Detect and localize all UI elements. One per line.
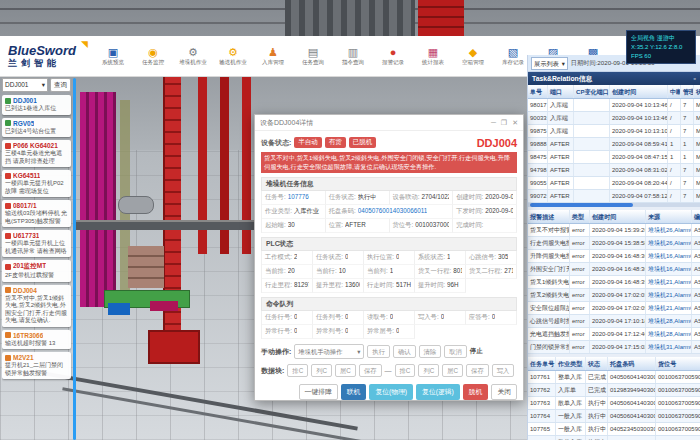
toolbar-menu-item[interactable]: ● 报警记录	[374, 46, 412, 67]
alert-card[interactable]: M2V21 提升机21_二层门禁闭锁异常触发报警	[2, 352, 71, 379]
table-row[interactable]: 107765 一般入库 执行中 0405234503003012 0010063…	[528, 423, 700, 436]
query-button[interactable]: 查询	[50, 78, 71, 92]
manual-operation-button[interactable]: 确认	[393, 345, 416, 358]
col-header[interactable]: 端口	[548, 85, 574, 98]
col-header[interactable]: 创建时间	[610, 85, 668, 98]
alert-card[interactable]: U617731 一楼四单元提升机上位机通讯异常 请检查网络	[2, 230, 71, 257]
device-select-value: DDJ001	[5, 79, 28, 91]
maximize-icon[interactable]: ❐	[501, 119, 507, 127]
close-icon[interactable]: ✕	[512, 119, 518, 127]
manual-operation-button[interactable]: 执行	[367, 345, 390, 358]
col-header[interactable]: 编号	[692, 210, 700, 223]
toolbar-menu-item[interactable]: ♟ 入库管理	[254, 46, 292, 67]
col-header[interactable]: 中断	[668, 85, 681, 98]
table-row[interactable]: 107766 整单入库 执行中 0405060503003013 0010063…	[528, 436, 700, 440]
table-row[interactable]: 安全限位超限故障 error 2020-09-04 17:02:05 堆垛机21…	[528, 302, 700, 315]
table-row[interactable]: 90033 入库端 2020-09-04 10:13:46 / 7 MCN	[528, 112, 700, 125]
dialog-footer: 一键排障 联机 复位(物理) 复位(逻辑) 脱机 关闭	[261, 384, 517, 400]
alert-card[interactable]: P066 KG64021 三楼4单元巷道光电遮挡 请及时排查处理	[2, 140, 71, 167]
table-row[interactable]: 货叉1倾斜失电报警 error 2020-09-04 16:48:39 堆垛机2…	[528, 276, 700, 289]
horizontal-scrollbar[interactable]	[528, 203, 700, 207]
minimize-icon[interactable]: ─	[491, 119, 496, 126]
col-header[interactable]: 报警描述	[528, 210, 570, 223]
table-row[interactable]: 94798 AFTER 2020-09-04 08:31:02 / 7 MCN	[528, 164, 700, 177]
table-row[interactable]: 光电遮挡触发报警 error 2020-09-04 17:12:40 堆垛机28…	[528, 328, 700, 341]
table-row[interactable]: 107763 散单入库 执行中 0405060414030068 0010063…	[528, 397, 700, 410]
table-row[interactable]: 门禁闭锁异常报警 error 2020-09-04 17:15:02 堆垛机31…	[528, 341, 700, 354]
table-row[interactable]: 99072 AFTER 2020-09-04 07:58:12 / 7 MCN	[528, 190, 700, 203]
footer-action-button[interactable]: 脱机	[463, 384, 489, 400]
alert-device-code: U617731	[13, 232, 39, 239]
footer-action-button[interactable]: 关闭	[491, 384, 517, 400]
alert-card[interactable]: DDJ001 已到达1巷道入库位	[2, 95, 71, 115]
footer-action-button[interactable]: 联机	[341, 384, 367, 400]
table-row[interactable]: 心跳信号超时报警 error 2020-09-04 17:10:18 堆垛机28…	[528, 315, 700, 328]
table-row[interactable]: 行走伺服失电报警 error 2020-09-04 15:38:58 堆垛机26…	[528, 237, 700, 250]
alert-card[interactable]: 08017/1 输送线03段堵料停机 光电(STP305)触发报警	[2, 200, 71, 227]
alert-device-code: RGV05	[13, 120, 34, 127]
table-row[interactable]: 货叉不对中报警触发 error 2020-09-04 15:39:26 堆垛机2…	[528, 224, 700, 237]
col-header[interactable]: CP变化端口	[574, 85, 610, 98]
table-row[interactable]: 98475 AFTER 2020-09-04 08:47:15 1 1 MCN	[528, 151, 700, 164]
panel-collapse-icon[interactable]: ▫	[694, 72, 696, 85]
toolbar-menu-item[interactable]: ⚙ 堆垛机作业	[174, 46, 212, 67]
footer-action-button[interactable]: 一键排障	[299, 384, 338, 400]
alert-card[interactable]: 201监控MT 2F皮带机过载报警	[2, 260, 71, 282]
toolbar-menu-item[interactable]: ▦ 统计报表	[414, 46, 452, 67]
manual-operation-button[interactable]: 取消	[444, 345, 467, 358]
dialog-titlebar[interactable]: 设备DDJ004详情 ─ ❐ ✕	[255, 115, 523, 131]
datablock-button[interactable]: 排C	[287, 364, 308, 377]
toolbar-item-label: 任务查询	[296, 58, 331, 66]
toolbar-menu-item[interactable]: ▤ 任务查询	[294, 46, 332, 67]
col-header[interactable]: 货位号	[656, 357, 700, 370]
table-row[interactable]: 107761 整单入库 已完成 0405060414030066 0010063…	[528, 371, 700, 384]
alert-card[interactable]: 16TR3066 输送机超时报警 13	[2, 330, 71, 350]
datablock-button[interactable]: 保存	[466, 364, 489, 377]
alert-card[interactable]: KG64511 一楼四单元提升机P02故障 需现场复位	[2, 170, 71, 197]
stop-label[interactable]: 停止	[470, 347, 483, 356]
table-row[interactable]: 外围安全门打开报警 error 2020-09-04 16:48:36 堆垛机1…	[528, 263, 700, 276]
footer-action-button[interactable]: 复位(物理)	[369, 384, 413, 400]
alert-card[interactable]: DDJ004 货叉不对中,货叉1倾斜失电,货叉2倾斜失电,外围安全门打开,行走伺…	[2, 285, 71, 327]
col-header[interactable]: 类型	[570, 210, 590, 223]
alert-status-icon	[5, 120, 11, 126]
toolbar-menu-item[interactable]: ▣ 系统预览	[94, 46, 132, 67]
table-row[interactable]: 99875 入库端 2020-09-04 10:13:10 / 7 MCN	[528, 125, 700, 138]
datablock-button[interactable]: 层C	[442, 364, 463, 377]
table-row[interactable]: 99055 AFTER 2020-09-04 08:20:44 / 7 MCN	[528, 177, 700, 190]
datablock-button[interactable]: 层C	[335, 364, 356, 377]
datablock-group1: 排C 列C 层C 保存	[287, 364, 381, 377]
table-row[interactable]: 99888 AFTER 2020-09-04 08:59:41 1 1 MCN	[528, 138, 700, 151]
alert-card[interactable]: RGV05 已到达4号站台位置	[2, 118, 71, 138]
datablock-button[interactable]: 保存	[359, 364, 382, 377]
write-button[interactable]: 写入	[492, 364, 515, 377]
toolbar-menu-item[interactable]: ◆ 空箱管理	[454, 46, 492, 67]
col-header[interactable]: 创建时间	[590, 210, 646, 223]
datablock-button[interactable]: 列C	[311, 364, 332, 377]
col-header[interactable]: 托盘条码	[608, 357, 656, 370]
list-mode-select[interactable]: 展示列表 ▾	[531, 57, 568, 70]
col-header[interactable]: 作业类型	[556, 357, 586, 370]
datablock-button[interactable]: 排C	[395, 364, 416, 377]
col-header[interactable]: 状态	[586, 357, 608, 370]
table-row[interactable]: 107764 一般入库 执行中 0405060414030069 0010063…	[528, 410, 700, 423]
table-row[interactable]: 升降伺服失电报警 error 2020-09-04 16:48:36 堆垛机16…	[528, 250, 700, 263]
col-header[interactable]: 来源	[646, 210, 692, 223]
toolbar-menu-item[interactable]: ▥ 指令查询	[334, 46, 372, 67]
datablock-button[interactable]: 列C	[418, 364, 439, 377]
col-header[interactable]: 单号	[528, 85, 548, 98]
col-header[interactable]: 管理	[681, 85, 694, 98]
device-select[interactable]: DDJ001 ▾	[2, 78, 48, 92]
table-row[interactable]: 107762 入库单 已完成 0129839494030067 00100637…	[528, 384, 700, 397]
sidebar-scrollbar[interactable]	[73, 78, 76, 440]
table-row[interactable]: 98017 入库端 2020-09-04 10:13:46 / 7 MCN	[528, 99, 700, 112]
col-header[interactable]: 任务单号	[528, 357, 556, 370]
footer-action-button[interactable]: 复位(逻辑)	[416, 384, 460, 400]
manual-operation-button[interactable]: 清除	[419, 345, 442, 358]
toolbar-menu-item[interactable]: ◉ 任务监控	[134, 46, 172, 67]
manual-operation-select[interactable]: 堆垛机手动操作 ▾	[294, 344, 364, 359]
col-header[interactable]: 状态	[694, 85, 700, 98]
toolbar-menu-item[interactable]: ⚙ 输送机作业	[214, 46, 252, 67]
scrollbar-thumb[interactable]	[530, 203, 633, 207]
table-row[interactable]: 货叉2倾斜失电报警 error 2020-09-04 17:02:03 堆垛机2…	[528, 289, 700, 302]
